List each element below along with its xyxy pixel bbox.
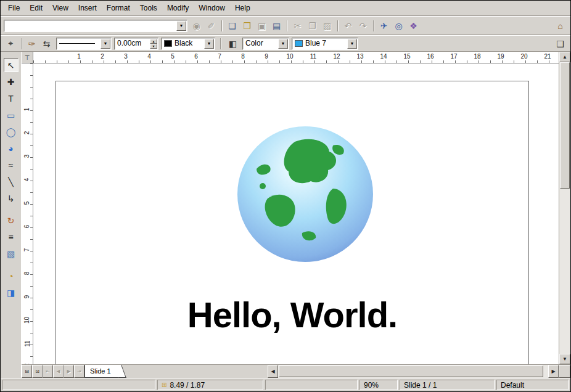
url-combo-value[interactable] [4,20,176,31]
zoom-icon[interactable]: ◎ [392,19,406,33]
tab-slide-1[interactable]: Slide 1 [84,365,121,378]
line-icon[interactable]: ✑ [25,37,39,51]
next-slide-icon: ▶ [64,365,74,378]
arrange-tool[interactable]: ▧ [4,247,18,261]
gallery-icon[interactable]: ❖ [406,19,421,33]
split-view-vertical-icon[interactable]: ⊡ [32,365,43,378]
edit-points-icon[interactable]: ⌖ [4,37,18,51]
object-bar-icons: ⌖✑⇆ [4,36,54,51]
rectangle-tool[interactable]: ▭ [4,108,18,122]
line-width-value[interactable]: 0.00cm [115,38,149,49]
ellipse-tool[interactable]: ◯ [4,125,18,139]
ruler-number: 17 [442,52,466,63]
status-style-value: Default [501,381,524,390]
split-view-horizontal-icon[interactable]: ⊟ [22,365,32,378]
area-style-combo[interactable]: Color ▼ [242,38,289,50]
ruler-corner[interactable]: ⊤ [22,52,33,63]
scroll-down-icon[interactable]: ▼ [559,354,570,364]
alignment-tool[interactable]: ≡ [4,230,18,244]
ruler-number: 6 [22,214,33,238]
insert-tool[interactable]: ◔ [4,269,18,283]
vertical-ruler[interactable]: 123456789101112 [22,63,33,364]
vertical-scroll-track[interactable] [559,62,570,354]
slide-canvas[interactable]: Hello, World. [33,63,559,364]
scroll-left-icon[interactable]: ◀ [268,365,278,378]
globe-image[interactable] [236,125,375,264]
split-view-buttons: ⊟⊡ [22,365,43,378]
line-color-dropdown-icon[interactable]: ▼ [204,39,214,49]
function-bar-icons: ◉✐❏❒▣▤✂❐▨↶↷✈◎❖⌂ [189,17,567,35]
ruler-number: 2 [22,121,33,144]
first-slide-icon: ⇤ [43,365,53,378]
curve-tool[interactable]: ≈ [4,158,18,172]
edit-points-tool[interactable]: ✚ [4,75,18,89]
menu-item-edit[interactable]: Edit [25,2,47,14]
area-color-value: Blue 7 [305,38,326,49]
horizontal-scrollbar[interactable]: ◀ ▶ [268,365,559,378]
shadow-icon[interactable]: ❑ [553,37,567,51]
status-style-field[interactable]: Default [496,380,569,390]
line-color-swatch [164,40,172,47]
menu-item-file[interactable]: File [3,2,25,14]
copy-icon: ❐ [305,19,319,33]
scroll-right-icon[interactable]: ▶ [548,365,559,378]
status-position-field[interactable]: ⊞ 8.49 / 1.87 [157,380,263,390]
line-color-combo[interactable]: Black ▼ [161,38,215,50]
open-icon[interactable]: ❒ [240,19,254,33]
ruler-number: 5 [22,191,33,214]
menu-item-format[interactable]: Format [102,2,135,14]
arrow-style-icon[interactable]: ⇆ [39,37,54,51]
new-document-icon[interactable]: ❏ [225,19,239,33]
select-tool[interactable]: ↖ [4,58,18,72]
connector-tool[interactable]: ↳ [4,191,18,205]
rotate-tool[interactable]: ↻ [4,213,18,227]
status-slide-field[interactable]: Slide 1 / 1 [400,380,495,390]
line-style-combo[interactable]: ▼ [56,38,112,50]
threed-controller-tool[interactable]: ◨ [4,285,18,300]
line-width-up-icon[interactable]: ▴ [150,39,157,44]
cut-icon: ✂ [290,19,305,33]
ruler-number: 12 [325,52,348,63]
navigator-icon[interactable]: ✈ [377,19,391,33]
menu-item-insert[interactable]: Insert [73,2,102,14]
area-color-combo[interactable]: Blue 7 ▼ [292,38,358,50]
drawing-toolbox: ↖✚T▭◯◕≈╲↳↻≡▧◔◨ [1,52,22,378]
menu-item-window[interactable]: Window [194,2,230,14]
lines-arrows-tool[interactable]: ╲ [4,174,18,189]
home-icon[interactable]: ⌂ [553,19,567,33]
ruler-number: 4 [22,168,33,191]
separator [18,37,24,51]
ruler-number: 21 [536,52,559,63]
scroll-up-icon[interactable]: ▲ [559,52,570,62]
url-combo[interactable]: ▼ [4,20,187,32]
line-width-down-icon[interactable]: ▾ [150,44,157,49]
menu-item-tools[interactable]: Tools [135,2,162,14]
ruler-number: 9 [255,52,278,63]
area-color-swatch [295,40,303,47]
line-width-input[interactable]: 0.00cm ▴ ▾ [114,38,158,50]
slide-tab-bar: ⊟⊡ ⇤◀▶⇥ Slide 1 ◀ ▶ [22,364,570,378]
menu-item-view[interactable]: View [47,2,73,14]
ruler-number: 10 [22,308,33,332]
url-combo-dropdown-icon[interactable]: ▼ [176,21,186,31]
line-style-dropdown-icon[interactable]: ▼ [101,39,110,49]
print-icon[interactable]: ▤ [269,19,284,33]
area-style-value[interactable]: Color [243,38,277,49]
horizontal-ruler[interactable]: 123456789101112131415161718192021 [33,52,559,63]
text-tool[interactable]: T [4,91,18,105]
ruler-number: 6 [184,52,208,63]
slide-title-text[interactable]: Hello, World. [55,294,529,335]
area-style-dropdown-icon[interactable]: ▼ [278,39,288,49]
area-color-dropdown-icon[interactable]: ▼ [347,39,357,49]
menu-item-help[interactable]: Help [230,2,255,14]
threed-objects-tool[interactable]: ◕ [4,141,18,155]
horizontal-scroll-track[interactable] [278,365,548,378]
vertical-scroll-thumb[interactable] [560,62,570,189]
menu-bar: FileEditViewInsertFormatToolsModifyWindo… [1,1,570,16]
menu-item-modify[interactable]: Modify [162,2,194,14]
horizontal-scroll-thumb[interactable] [279,365,543,377]
area-style-icon[interactable]: ◧ [226,37,240,51]
status-zoom-field[interactable]: 90% [359,380,398,390]
ruler-number: 3 [22,144,33,168]
vertical-scrollbar[interactable]: ▲ ▼ [559,52,570,364]
